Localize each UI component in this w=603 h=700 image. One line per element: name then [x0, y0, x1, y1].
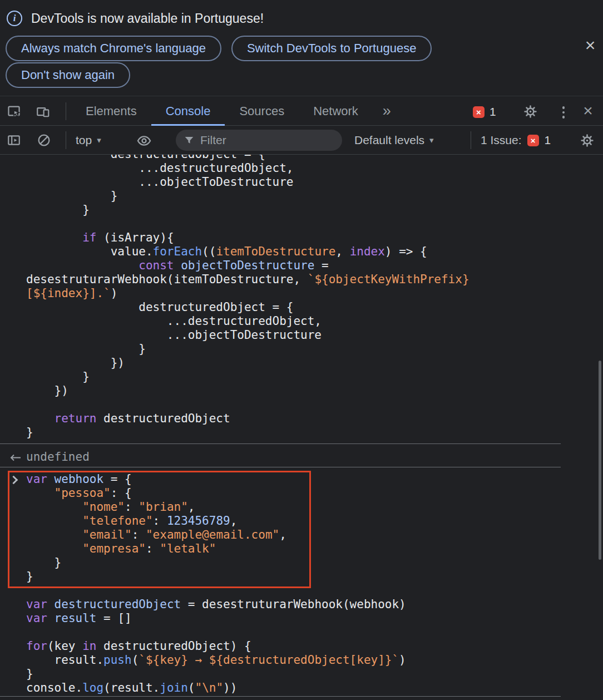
code-segment: if	[82, 231, 96, 244]
message-separator	[0, 467, 561, 467]
code-segment: (key	[47, 639, 82, 653]
tabbar-separator	[66, 102, 66, 120]
filter-box	[176, 130, 342, 151]
filter-input[interactable]	[200, 134, 335, 147]
code-segment: (result.	[103, 681, 160, 694]
inspect-element-button[interactable]	[6, 103, 22, 120]
code-line: "telefone": 123456789,	[26, 514, 286, 528]
code-segment: =	[314, 259, 328, 272]
console-prompt-icon	[9, 476, 18, 485]
code-line: }	[26, 426, 469, 440]
code-segment	[26, 486, 55, 500]
code-segment	[26, 231, 82, 244]
code-segment	[26, 500, 82, 514]
switch-devtools-portuguese-button[interactable]: Switch DevTools to Portuguese	[231, 36, 432, 61]
code-segment: ...destructuredObject,	[26, 314, 322, 328]
tab-console[interactable]: Console	[151, 96, 225, 126]
code-segment: for	[26, 639, 47, 653]
code-line: var result = []	[26, 612, 406, 625]
code-segment: push	[103, 653, 132, 667]
message-separator	[0, 696, 561, 697]
infobar-buttons-row-2: Don't show again	[6, 62, 130, 88]
dont-show-again-button[interactable]: Don't show again	[6, 62, 130, 88]
code-line: ...destructuredObject,	[26, 161, 469, 175]
code-segment: :	[125, 500, 139, 514]
clear-console-icon	[37, 133, 51, 147]
devtools-menu-button[interactable]	[555, 104, 572, 121]
context-selector[interactable]: top ▾	[76, 126, 101, 155]
code-segment	[26, 542, 82, 555]
code-segment: destructuredObject = {	[26, 300, 293, 314]
log-levels-selector[interactable]: Default levels ▾	[354, 126, 434, 155]
settings-button[interactable]	[522, 103, 538, 120]
code-line: ...objectToDestructure	[26, 175, 469, 189]
code-segment: return	[55, 412, 97, 425]
infobar-buttons-row-1: Always match Chrome's language Switch De…	[6, 36, 432, 61]
issue-count: 1	[545, 134, 551, 147]
devtools-tabbar: Elements Console Sources Network » × 1 ×	[0, 96, 603, 126]
device-toolbar-icon	[36, 104, 50, 119]
code-line: "nome": "brian",	[26, 500, 286, 514]
code-segment	[47, 598, 55, 611]
code-segment: )	[111, 287, 118, 300]
console-sidebar-toggle[interactable]	[6, 132, 22, 149]
code-segment: :	[132, 528, 146, 541]
inspect-cursor-icon	[7, 104, 21, 119]
code-segment: join	[160, 681, 188, 694]
code-segment: ,	[335, 245, 349, 258]
language-infobar: i DevTools is now available in Portugues…	[0, 0, 603, 96]
more-tabs-button[interactable]: »	[373, 96, 401, 126]
match-chrome-language-button[interactable]: Always match Chrome's language	[6, 36, 221, 61]
code-segment: webhook	[55, 472, 104, 486]
console-input-echo: var webhook = { "pessoa": { "nome": "bri…	[26, 472, 286, 584]
info-icon: i	[7, 11, 22, 26]
live-expression-button[interactable]	[136, 132, 152, 149]
code-line: result.push(`${key} → ${destructuredObje…	[26, 653, 406, 667]
toolbar-separator	[66, 131, 66, 149]
tab-elements[interactable]: Elements	[71, 96, 151, 126]
code-segment: = {	[103, 472, 132, 486]
code-line: var destructuredObject = desestruturarWe…	[26, 598, 406, 612]
code-segment: destructuredObject) {	[96, 639, 251, 653]
infobar-message: DevTools is now available in Portuguese!	[31, 11, 264, 26]
chevron-down-icon: ▾	[97, 135, 101, 145]
device-toolbar-button[interactable]	[34, 103, 51, 120]
code-line: })	[26, 384, 469, 398]
code-line: "pessoa": {	[26, 486, 286, 500]
code-line: }	[26, 667, 406, 681]
panel-tabs: Elements Console Sources Network »	[71, 96, 401, 126]
code-segment: itemToDestructure	[216, 245, 335, 258]
code-segment: const	[139, 259, 174, 272]
issues-counter[interactable]: 1 Issue: × 1	[481, 126, 551, 155]
code-line: }	[26, 189, 469, 203]
code-line: ...destructuredObject,	[26, 314, 469, 328]
code-line: }	[26, 370, 469, 384]
code-segment: desestruturarWebhook(itemToDestructure,	[26, 273, 308, 286]
console-settings-button[interactable]	[579, 132, 595, 149]
code-segment	[26, 259, 139, 272]
code-segment: : {	[111, 486, 132, 500]
code-segment: "\n"	[195, 681, 223, 694]
code-segment	[26, 514, 82, 528]
error-counter[interactable]: × 1	[473, 105, 496, 119]
code-segment: }	[26, 189, 117, 203]
code-segment: result.	[26, 653, 103, 667]
code-line: value.forEach((itemToDestructure, index)…	[26, 245, 469, 259]
code-segment: }	[26, 203, 90, 216]
gear-icon	[580, 133, 595, 148]
infobar-message-row: i DevTools is now available in Portugues…	[7, 11, 264, 26]
issue-badge-icon: ×	[527, 135, 539, 146]
code-line	[26, 217, 469, 231]
tab-network[interactable]: Network	[299, 96, 373, 126]
code-segment: ((	[202, 245, 216, 258]
code-segment: = desestruturarWebhook(webhook)	[181, 598, 406, 611]
code-line: [${index}].`)	[26, 287, 469, 300]
tab-sources[interactable]: Sources	[225, 96, 299, 126]
code-segment: :	[153, 514, 167, 528]
devtools-close-button[interactable]: ×	[580, 102, 596, 119]
code-segment: `${objectKeyWithPrefix}	[308, 273, 469, 286]
clear-console-button[interactable]	[36, 132, 52, 149]
code-segment: })	[26, 384, 68, 397]
vertical-scrollbar[interactable]	[599, 361, 601, 560]
infobar-close-button[interactable]: ×	[580, 34, 601, 56]
